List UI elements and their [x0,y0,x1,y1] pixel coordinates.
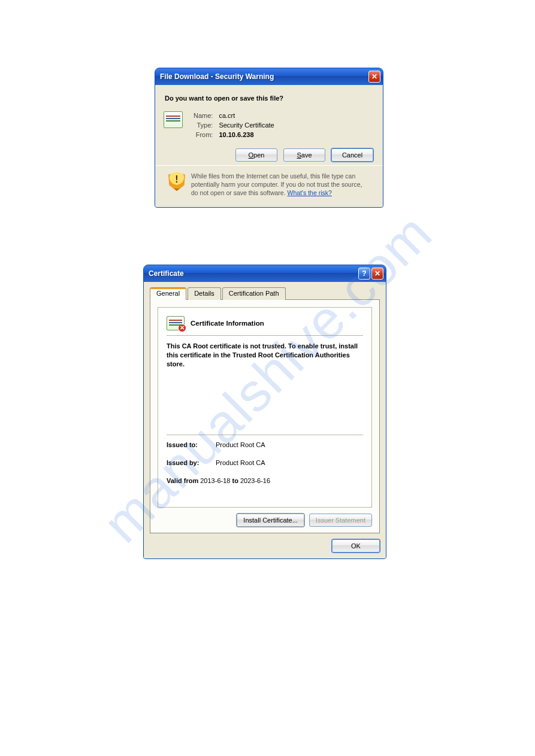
warning-shield-icon [168,172,185,191]
tab-certification-path[interactable]: Certification Path [222,287,286,300]
warning-text: While files from the Internet can be use… [191,172,370,198]
error-badge-icon: ✕ [178,324,186,332]
tab-general[interactable]: General [150,287,186,300]
cancel-button[interactable]: Cancel [331,148,373,162]
name-label: Name: [191,111,215,120]
file-download-heading: Do you want to open or save this file? [165,95,374,102]
file-download-dialog: File Download - Security Warning ✕ Do yo… [155,68,383,208]
issued-to-label: Issued to: [167,441,216,448]
certificate-trust-message: This CA Root certificate is not trusted.… [167,342,363,369]
ok-button[interactable]: OK [332,539,380,552]
save-button[interactable]: Save [283,148,325,162]
issuer-statement-button: Issuer Statement [309,514,372,527]
issued-by-label: Issued by: [167,459,216,466]
certificate-general-panel: ✕ Certificate Information This CA Root c… [150,300,380,533]
divider [167,335,363,336]
tab-details[interactable]: Details [188,287,221,300]
certificate-info-heading: Certificate Information [191,320,264,327]
certificate-title: Certificate [149,269,358,278]
divider [167,435,363,435]
install-certificate-button[interactable]: Install Certificate... [237,514,304,527]
certificate-tabstrip: General Details Certification Path [150,287,380,300]
certificate-file-icon [164,111,183,128]
certificate-titlebar[interactable]: Certificate ? ✕ [144,265,386,282]
file-download-title: File Download - Security Warning [160,72,368,81]
open-button[interactable]: Open [235,148,277,162]
from-label: From: [191,130,215,139]
file-download-fields: Name: ca.crt Type: Security Certificate … [190,110,278,140]
valid-from-to: Valid from 2013-6-18 to 2023-6-16 [167,477,363,484]
close-icon[interactable]: ✕ [368,71,380,83]
certificate-info-box: ✕ Certificate Information This CA Root c… [158,307,372,508]
issued-by-value: Product Root CA [216,459,265,466]
certificate-dialog: Certificate ? ✕ General Details Certific… [143,265,386,559]
help-icon[interactable]: ? [358,268,370,280]
whats-the-risk-link[interactable]: What's the risk? [288,189,332,196]
type-label: Type: [191,121,215,129]
close-icon[interactable]: ✕ [371,268,383,280]
issued-to-value: Product Root CA [216,441,265,448]
from-value: 10.10.6.238 [216,130,276,139]
certificate-icon: ✕ [167,316,185,330]
file-download-titlebar[interactable]: File Download - Security Warning ✕ [155,68,383,85]
type-value: Security Certificate [216,121,276,129]
name-value: ca.crt [216,111,276,120]
